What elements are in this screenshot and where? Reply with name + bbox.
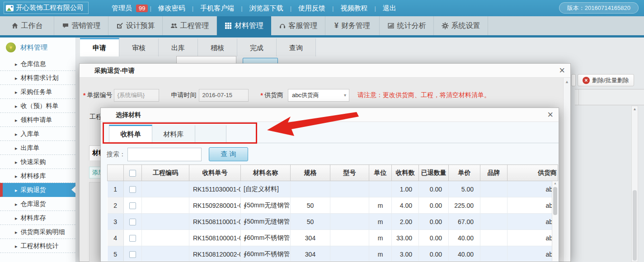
notification-badge[interactable]: 99 [136,5,148,12]
cell-brand [480,181,508,197]
row-checkbox[interactable] [129,251,136,258]
module-tab[interactable]: 审核 [119,38,159,56]
required-asterisk: * [83,92,85,99]
sidebar-item[interactable]: ▸出库单 [0,141,75,155]
col-receipt-no: 收料单号 [189,165,241,181]
material-list-tab-partial[interactable]: 材料 [89,145,101,160]
browser-download-link[interactable]: 浏览器下载 [243,4,290,13]
cell-spec: 50 [291,214,330,230]
table-scrollbar[interactable]: ▲ [552,181,558,261]
edit-icon [116,22,123,29]
sidebar-item[interactable]: ▸材料需求计划 [0,71,75,85]
nav-tab-marketing[interactable]: 营销管理 [54,16,108,35]
video-tutorial-link[interactable]: 视频教程 [334,4,374,13]
grid-icon [225,22,232,29]
module-tab[interactable]: 出库 [159,38,198,56]
scroll-up-icon[interactable]: ▲ [632,107,638,111]
doc-no-input[interactable]: {系统编码} [114,89,159,102]
module-tab[interactable]: 完成 [237,38,277,56]
sidebar-item[interactable]: ▸材料移库 [0,169,75,183]
col-spec: 规格 [291,165,330,181]
add-button-partial[interactable]: 添加 [89,167,101,178]
doc-no-label: 单据编号 [87,91,112,99]
scrollbar-thumb[interactable] [553,187,557,215]
apply-date-input[interactable]: 2016-07-15 [199,89,249,102]
nav-tab-design-budget[interactable]: 设计预算 [108,16,163,35]
scrollbar-thumb[interactable] [633,190,637,261]
row-checkbox-cell [124,230,142,246]
nav-tab-label: 工程管理 [180,21,209,31]
background-scrollbar[interactable]: ▲ [631,106,638,262]
table-row[interactable]: 2 RK1509280001-002 ∮50mm无缝钢管 50 m 4.00 0… [108,197,558,214]
cell-received-qty: 2.00 [392,214,419,230]
sidebar-item[interactable]: ▸材料库存 [0,211,75,225]
background-button-fragment[interactable] [571,74,576,86]
nav-tab-settings[interactable]: 系统设置 [434,16,488,35]
nav-tab-label: 统计分析 [397,21,426,31]
sidebar-item[interactable]: ▸仓库退货 [0,197,75,211]
supplier-select[interactable]: abc供货商 ▾ [288,89,349,102]
sidebar-item[interactable]: ▸供货商采购明细 [0,225,75,239]
sidebar-item[interactable]: ▸采购任务单 [0,85,75,99]
modal-title: 选择材料 [116,108,559,122]
select-all-checkbox[interactable] [129,170,136,177]
feedback-link[interactable]: 使用反馈 [291,4,332,13]
row-checkbox[interactable] [129,219,136,225]
sidebar-item[interactable]: ▸快速采购 [0,155,75,169]
sidebar-item[interactable]: ▸领料申请单 [0,113,75,127]
cell-unit-price: 40.00 [449,246,480,262]
module-tab[interactable]: 查询 [277,38,316,56]
row-checkbox-cell [124,246,142,262]
change-password-link[interactable]: 修改密码 [151,4,192,13]
nav-tab-materials[interactable]: 材料管理 [217,16,271,35]
delete-batch-button[interactable]: × 删除/批量删除 [578,74,634,86]
row-checkbox[interactable] [129,235,136,242]
table-row[interactable]: 5 RK1508120002-001 ∮60mm不锈钢管 304 m 3.00 … [108,246,558,262]
close-icon[interactable]: × [547,108,553,122]
nav-tab-statistics[interactable]: 统计分析 [380,16,434,35]
sidebar-item-label: 出库单 [21,144,40,151]
topbar: 开心装饰工程有限公司 管理员 99 | 修改密码 | 手机客户端 | 浏览器下载… [0,0,644,16]
nav-tab-project[interactable]: 工程管理 [163,16,217,35]
scroll-up-icon[interactable]: ▲ [564,80,570,84]
admin-menu-item[interactable]: 管理员 [105,4,139,13]
sidebar-section-header[interactable]: ▾ 材料管理 [0,37,75,57]
search-input[interactable] [127,148,202,161]
cell-receipt-no: RK1508110001-002 [189,214,241,230]
sidebar-item[interactable]: ▸仓库信息 [0,57,75,71]
row-checkbox[interactable] [129,186,136,193]
row-number: 4 [108,230,124,246]
module-tab[interactable]: 申请 [80,38,119,56]
company-logo[interactable]: 开心装饰工程有限公司 [4,2,89,14]
nav-tab-workbench[interactable]: 工作台 [0,16,54,35]
col-brand: 品牌 [480,165,508,181]
sidebar-item[interactable]: ▸入库单 [0,127,75,141]
modal-scrollbar[interactable]: ▲ [563,78,570,262]
sidebar-menu: ▸仓库信息 ▸材料需求计划 ▸采购任务单 ▸收（预）料单 ▸领料申请单 [0,57,75,253]
material-source-tab[interactable]: 收料单 [109,125,152,143]
close-icon[interactable]: × [559,64,565,78]
mobile-client-link[interactable]: 手机客户端 [193,4,241,13]
cell-material-name: ∮50mm无缝钢管 [241,214,291,230]
cell-unit-price: 67.00 [449,214,480,230]
row-checkbox[interactable] [129,202,136,209]
sidebar-item-label: 材料库存 [21,214,46,221]
logout-link[interactable]: 退出 [376,4,403,13]
nav-tab-customer-service[interactable]: 客服管理 [271,16,325,35]
select-all-cell [124,165,142,181]
material-tab-label: 材料 [89,146,100,160]
table-row[interactable]: 3 RK1508110001-002 ∮50mm无缝钢管 50 m 2.00 0… [108,214,558,230]
query-button[interactable]: 查 询 [209,147,248,161]
sidebar-item[interactable]: ▸采购退货 [0,183,75,197]
cell-material-name: [自定义材料] [241,181,291,197]
material-source-tab[interactable]: 材料库 [152,125,195,143]
module-tab[interactable]: 稽核 [198,38,237,56]
sidebar-item[interactable]: ▸收（预）料单 [0,99,75,113]
table-row[interactable]: 4 RK1508100001-002 ∮60mm不锈钢管 304 m 33.00… [108,230,558,246]
table-row[interactable]: 1 RK1511030001-001 [自定义材料] 1.00 0.00 5.0… [108,181,558,197]
sidebar-item[interactable]: ▸工程材料统计 [0,239,75,253]
scroll-up-icon[interactable]: ▲ [552,182,558,185]
cell-returned-qty: 0.00 [419,197,449,214]
nav-tab-finance[interactable]: ¥ 财务管理 [325,16,380,35]
sidebar-item-label: 供货商采购明细 [21,228,65,235]
